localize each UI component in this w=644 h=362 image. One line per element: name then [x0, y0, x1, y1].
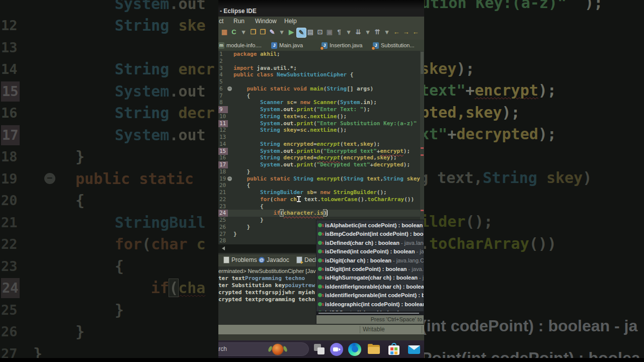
print-icon[interactable]: ▤	[306, 28, 315, 37]
edge-browser-icon[interactable]	[348, 343, 361, 356]
menu-item-ct[interactable]: ct	[219, 18, 223, 25]
scrollbar-thumb[interactable]	[421, 52, 424, 74]
popup-horizontal-scrollbar[interactable]	[316, 311, 424, 315]
code-token: String	[344, 175, 364, 182]
code-editor[interactable]: 1package akhil;23import java.util.*;4pub…	[218, 51, 424, 244]
code-token: (int codePoint) : boolean - ja	[424, 317, 637, 335]
scroll-left-arrow-icon[interactable]	[222, 246, 225, 250]
title-bar: - Eclipse IDE	[218, 0, 424, 17]
editor-tab-bar: mmodule-info....JMain.javaJInsertion.jav…	[218, 40, 424, 51]
code-token: public static void	[247, 85, 310, 92]
dropdown-icon[interactable]: ▾	[382, 28, 391, 37]
stop-icon[interactable]: ▣	[325, 28, 334, 37]
code-token: =	[313, 154, 317, 161]
code-token: out	[283, 148, 293, 154]
code-token	[233, 175, 247, 182]
chat-app-icon[interactable]	[330, 343, 343, 356]
pilcrow-icon[interactable]: ¶	[335, 28, 344, 37]
completion-item[interactable]: isIdentifierIgnorable(char ch) : boolean…	[316, 283, 424, 291]
completion-item[interactable]: isIdentifierIgnorable(int codePoint) : b…	[316, 291, 424, 300]
line-number: 16	[218, 154, 228, 161]
declaring-class: - java.lan	[407, 266, 424, 272]
import-icon[interactable]: ⇊	[354, 28, 363, 37]
scrollbar-thumb[interactable]	[318, 313, 419, 314]
menu-item-help[interactable]: Help	[284, 18, 297, 25]
search-decoration-icon[interactable]	[272, 344, 283, 355]
mail-icon[interactable]	[408, 343, 421, 356]
code-token: "Enter Text: "	[317, 106, 364, 113]
completion-item[interactable]: isDigit(int codePoint) : boolean - java.…	[316, 265, 424, 274]
completion-item[interactable]: isHighSurrogate(char ch) : boolean - jav…	[316, 274, 424, 282]
method-signature: isIdentifierIgnorable(char ch) : boolean	[325, 284, 424, 290]
taskbar-search-box[interactable]: earch	[218, 342, 309, 356]
code-token: StringBuilder	[260, 189, 303, 196]
javadoc-icon: @	[259, 257, 265, 263]
completion-item[interactable]: isIdeographic(int codePoint) : boolean -…	[316, 300, 424, 309]
code-token: ().	[357, 196, 367, 203]
code-token: );	[404, 161, 410, 168]
debug-icon[interactable]: ▶	[287, 28, 296, 37]
java-file-icon: J	[321, 42, 328, 49]
forward-icon[interactable]: →	[401, 28, 411, 37]
code-token	[233, 210, 273, 216]
build-icon[interactable]: ⊡	[315, 28, 325, 37]
task-view-icon[interactable]	[313, 343, 326, 356]
completion-item[interactable]: isDigit(char ch) : boolean - java.lang.C…	[316, 256, 424, 265]
fold-collapse-icon[interactable]: −	[227, 176, 232, 181]
dropdown-icon[interactable]: ▾	[344, 28, 353, 37]
code-token: c	[188, 235, 206, 253]
popup-hint: Press 'Ctrl+Space' to	[316, 315, 424, 324]
fold-collapse-icon[interactable]: −	[227, 86, 232, 91]
editor-tab-mainjava[interactable]: JMain.java	[271, 40, 303, 51]
line-number: 13	[218, 134, 228, 141]
panel-tab-javadoc[interactable]: @Javadoc	[259, 256, 289, 263]
new-class-icon[interactable]: C	[229, 28, 238, 37]
brush-icon[interactable]: ✎	[296, 28, 306, 38]
search-input[interactable]: earch	[218, 345, 227, 352]
new-wizard-icon[interactable]: ▦	[220, 28, 229, 37]
error-marker[interactable]	[421, 154, 424, 156]
static-method-icon	[318, 240, 324, 245]
pen-icon[interactable]: ✎	[268, 28, 277, 37]
code-text: {	[233, 182, 250, 189]
code-token: String	[482, 169, 537, 187]
file-explorer-icon[interactable]	[367, 343, 380, 356]
bg-code: g text,String skey)	[424, 168, 592, 188]
method-signature: isIdentifierIgnorable(int codePoint) : b…	[325, 292, 424, 298]
panel-tab-label: Problems	[231, 256, 257, 263]
microsoft-store-icon[interactable]	[387, 343, 400, 356]
editor-tab-insertionjava[interactable]: JInsertion.java	[321, 40, 362, 51]
code-text: }	[233, 168, 250, 175]
console-text: ter Substitution key	[218, 282, 285, 289]
editor-vertical-scrollbar[interactable]	[420, 51, 424, 244]
completion-item[interactable]: isAlphabetic(int codePoint) : boolean - …	[316, 221, 424, 230]
dropdown-icon[interactable]: ▾	[363, 28, 372, 37]
code-token: ())	[404, 196, 414, 203]
code-token: String	[115, 104, 178, 122]
error-marker[interactable]	[421, 210, 424, 211]
editor-tab-substitution[interactable]: JSubstitution...	[373, 40, 415, 51]
completion-item[interactable]: isDefined(int codePoint) : boolean - jav…	[316, 247, 424, 256]
back-icon[interactable]: ←	[392, 28, 401, 37]
export-icon[interactable]: ⇈	[373, 28, 382, 37]
open-folder-icon[interactable]: ❒	[249, 28, 258, 37]
dropdown-icon[interactable]: ▾	[239, 28, 248, 37]
dropdown-icon[interactable]: ▾	[277, 28, 286, 37]
bg-code: public static	[75, 169, 194, 189]
menu-item-run[interactable]: Run	[233, 18, 245, 25]
completion-item[interactable]: isBmpCodePoint(int codePoint) : boolea	[316, 230, 424, 238]
line-number: 26	[218, 224, 228, 231]
completion-item[interactable]: isDefined(char ch) : boolean - java.lang…	[316, 239, 424, 247]
line-number: 3	[218, 65, 228, 72]
code-token: (	[340, 141, 344, 147]
menu-item-window[interactable]: Window	[255, 18, 277, 25]
panel-tab-problems[interactable]: Problems	[223, 256, 257, 263]
last-edit-icon[interactable]: ←	[411, 28, 420, 37]
save-icon[interactable]: ❒	[258, 28, 267, 37]
code-text: String skey=sc.nextLine();	[233, 127, 347, 134]
error-marker[interactable]	[421, 147, 424, 149]
code-token: skey	[546, 169, 583, 187]
bg-code: StringBuil	[115, 213, 206, 233]
editor-tab-moduleinfo[interactable]: mmodule-info....	[218, 40, 262, 51]
code-token: (	[320, 148, 324, 154]
